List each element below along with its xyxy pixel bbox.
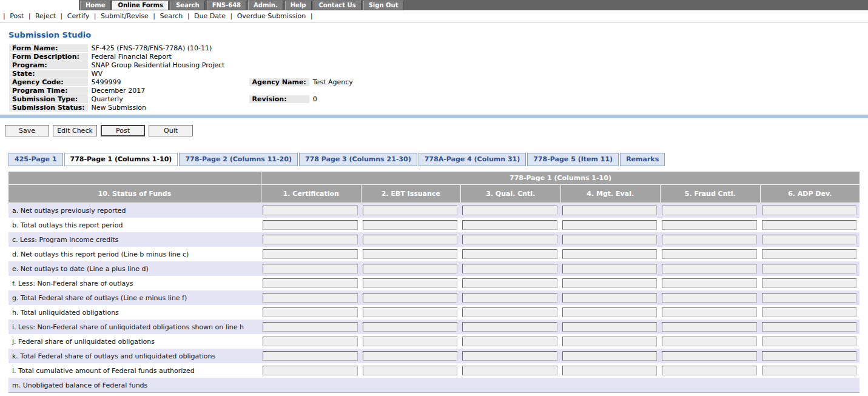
amount-input[interactable] — [762, 249, 857, 259]
tab-778-page-2[interactable]: 778-Page 2 (Columns 11-20) — [179, 153, 298, 166]
amount-input[interactable] — [363, 249, 458, 259]
amount-input[interactable] — [363, 322, 458, 332]
nav-contact-us[interactable]: Contact Us — [314, 1, 362, 10]
amount-input[interactable] — [462, 235, 557, 244]
amount-input[interactable] — [562, 249, 658, 259]
link-submit-revise[interactable]: Submit/Revise — [99, 12, 150, 20]
amount-input[interactable] — [762, 235, 857, 244]
tab-778-page-3[interactable]: 778 Page 3 (Columns 21-30) — [299, 153, 417, 166]
amount-input[interactable] — [762, 264, 857, 274]
link-due-date[interactable]: Due Date — [193, 12, 227, 20]
save-button[interactable]: Save — [5, 125, 49, 136]
amount-input[interactable] — [662, 278, 757, 288]
amount-input[interactable] — [662, 206, 757, 215]
amount-input[interactable] — [562, 293, 658, 303]
amount-input[interactable] — [363, 220, 458, 230]
amount-input[interactable] — [662, 337, 757, 346]
nav-admin[interactable]: Admin. — [248, 1, 283, 10]
quit-button[interactable]: Quit — [149, 125, 193, 136]
amount-input[interactable] — [662, 322, 757, 332]
amount-input[interactable] — [662, 249, 757, 259]
amount-input[interactable] — [363, 206, 458, 215]
amount-input[interactable] — [562, 366, 658, 375]
link-overdue-submission[interactable]: Overdue Submission — [236, 12, 307, 20]
amount-input[interactable] — [662, 220, 757, 230]
amount-input[interactable] — [263, 206, 358, 215]
amount-input[interactable] — [363, 264, 458, 274]
nav-help[interactable]: Help — [285, 1, 312, 10]
nav-home[interactable]: Home — [80, 1, 110, 10]
amount-input[interactable] — [662, 307, 757, 317]
amount-input[interactable] — [462, 337, 557, 346]
nav-online-forms[interactable]: Online Forms — [112, 1, 168, 10]
amount-input[interactable] — [363, 307, 458, 317]
amount-input[interactable] — [363, 351, 458, 361]
amount-input[interactable] — [363, 278, 458, 288]
tab-778a-page-4[interactable]: 778A-Page 4 (Column 31) — [419, 153, 527, 166]
tab-778-page-1[interactable]: 778-Page 1 (Columns 1-10) — [64, 153, 178, 166]
amount-input[interactable] — [462, 278, 557, 288]
amount-input[interactable] — [363, 366, 458, 375]
amount-input[interactable] — [263, 351, 358, 361]
amount-input[interactable] — [462, 366, 557, 375]
amount-input[interactable] — [462, 351, 557, 361]
amount-input[interactable] — [462, 220, 557, 230]
amount-input[interactable] — [562, 235, 658, 244]
amount-input[interactable] — [662, 293, 757, 303]
amount-input[interactable] — [762, 366, 857, 375]
nav-fns-648[interactable]: FNS-648 — [207, 1, 246, 10]
amount-input[interactable] — [263, 264, 358, 274]
link-reject[interactable]: Reject — [34, 12, 57, 20]
post-button[interactable]: Post — [101, 125, 145, 136]
amount-input[interactable] — [762, 220, 857, 230]
amount-input[interactable] — [762, 293, 857, 303]
amount-input[interactable] — [662, 366, 757, 375]
amount-input[interactable] — [462, 206, 557, 215]
link-certify[interactable]: Certify — [66, 12, 91, 20]
amount-input[interactable] — [562, 322, 658, 332]
amount-input[interactable] — [762, 278, 857, 288]
amount-input[interactable] — [762, 351, 857, 361]
amount-input[interactable] — [462, 249, 557, 259]
amount-input[interactable] — [263, 249, 358, 259]
grid-cell — [261, 366, 361, 375]
amount-input[interactable] — [662, 351, 757, 361]
amount-input[interactable] — [263, 307, 358, 317]
amount-input[interactable] — [263, 337, 358, 346]
amount-input[interactable] — [263, 322, 358, 332]
amount-input[interactable] — [263, 220, 358, 230]
nav-search[interactable]: Search — [170, 1, 205, 10]
amount-input[interactable] — [562, 351, 658, 361]
amount-input[interactable] — [263, 235, 358, 244]
amount-input[interactable] — [762, 322, 857, 332]
amount-input[interactable] — [562, 307, 658, 317]
amount-input[interactable] — [263, 278, 358, 288]
amount-input[interactable] — [363, 235, 458, 244]
amount-input[interactable] — [562, 206, 658, 215]
link-post[interactable]: Post — [8, 12, 25, 20]
amount-input[interactable] — [562, 278, 658, 288]
tab-425-page-1[interactable]: 425-Page 1 — [8, 153, 63, 166]
tab-778-page-5[interactable]: 778-Page 5 (Item 11) — [527, 153, 619, 166]
link-search[interactable]: Search — [158, 12, 184, 20]
amount-input[interactable] — [662, 235, 757, 244]
tab-remarks[interactable]: Remarks — [620, 153, 665, 166]
edit-check-button[interactable]: Edit Check — [53, 125, 97, 136]
amount-input[interactable] — [363, 293, 458, 303]
amount-input[interactable] — [562, 337, 658, 346]
amount-input[interactable] — [462, 322, 557, 332]
amount-input[interactable] — [762, 206, 857, 215]
amount-input[interactable] — [462, 307, 557, 317]
amount-input[interactable] — [263, 293, 358, 303]
amount-input[interactable] — [263, 366, 358, 375]
grid-cell — [760, 235, 860, 244]
amount-input[interactable] — [363, 337, 458, 346]
amount-input[interactable] — [762, 307, 857, 317]
nav-sign-out[interactable]: Sign Out — [363, 1, 404, 10]
amount-input[interactable] — [462, 264, 557, 274]
amount-input[interactable] — [662, 264, 757, 274]
amount-input[interactable] — [462, 293, 557, 303]
amount-input[interactable] — [762, 337, 857, 346]
amount-input[interactable] — [562, 220, 658, 230]
amount-input[interactable] — [562, 264, 658, 274]
